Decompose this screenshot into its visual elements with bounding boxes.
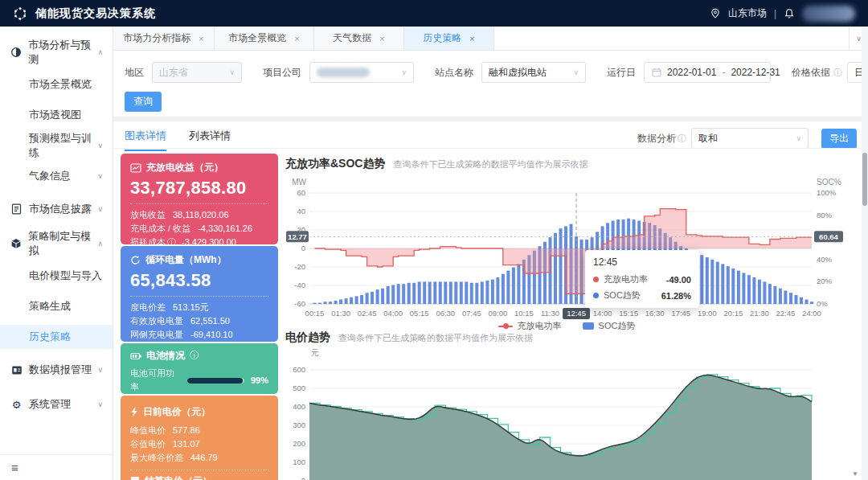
svg-text:300: 300 bbox=[293, 421, 305, 429]
sidebar-item-price-model[interactable]: 电价模型与导入 bbox=[0, 264, 113, 288]
sidebar-item-market-overview[interactable]: 市场全景概览 bbox=[0, 72, 113, 96]
sidebar: 市场分析与预测 ∧ 市场全景概览 市场透视图 预测模型与训练∨ 气象信息∨ 市场… bbox=[0, 27, 113, 480]
svg-text:0: 0 bbox=[301, 244, 305, 252]
settlement-header: ¥ 结算电价（元） bbox=[130, 474, 268, 480]
app-title: 储能现货交易决策系统 bbox=[35, 6, 156, 21]
sidebar-item-market-perspective[interactable]: 市场透视图 bbox=[0, 103, 113, 127]
chevron-up-icon: ∧ bbox=[97, 48, 103, 56]
scroll-down-icon[interactable]: ▼ bbox=[852, 470, 858, 478]
sidebar-item-market-disclosure[interactable]: 市场信息披露 ∨ bbox=[0, 195, 113, 223]
sidebar-item-strategy[interactable]: 策略制定与模拟 ∧ bbox=[0, 230, 113, 257]
chevron-down-icon: ∨ bbox=[401, 68, 407, 76]
sidebar-item-history-strategy[interactable]: 历史策略 bbox=[0, 325, 113, 349]
date-range-picker[interactable]: 2022-01-01 - 2022-12-31 bbox=[644, 62, 771, 83]
battery-icon bbox=[130, 352, 141, 360]
svg-text:600: 600 bbox=[293, 365, 305, 374]
card-row: 度电价差513.15元 bbox=[130, 301, 268, 314]
card-row: 峰值电价577.86 bbox=[130, 424, 268, 437]
location-pin-icon bbox=[710, 8, 721, 19]
bell-icon[interactable] bbox=[784, 8, 795, 19]
data-analysis-select[interactable]: 取和∨ bbox=[691, 128, 809, 149]
svg-text:19:00: 19:00 bbox=[698, 309, 717, 318]
region-label: 地区 bbox=[125, 66, 144, 80]
market-analysis-icon bbox=[10, 47, 23, 58]
sidebar-item-forecast-model[interactable]: 预测模型与训练∨ bbox=[0, 133, 113, 158]
svg-text:400: 400 bbox=[293, 402, 305, 411]
tooltip-row: SOC趋势61.28% bbox=[593, 289, 691, 302]
svg-text:01:30: 01:30 bbox=[331, 309, 350, 318]
svg-text:17:45: 17:45 bbox=[671, 309, 690, 318]
svg-text:00:15: 00:15 bbox=[305, 309, 325, 318]
data-analysis-label: 数据分析 bbox=[637, 132, 676, 146]
svg-text:60: 60 bbox=[297, 188, 305, 197]
close-icon[interactable]: × bbox=[199, 34, 203, 43]
company-label: 项目公司 bbox=[263, 66, 301, 80]
energy-card: 循环电量（MWh） 65,843.58 度电价差513.15元 有效放电电量62… bbox=[121, 246, 278, 342]
price-trend-chart[interactable]: 元6005004003002001000 bbox=[285, 346, 848, 480]
scrollbar-thumb[interactable] bbox=[862, 153, 867, 206]
tab-weather-data[interactable]: 天气数据× bbox=[314, 27, 404, 50]
svg-text:-40: -40 bbox=[294, 281, 305, 289]
chevron-down-icon: ∨ bbox=[573, 68, 579, 76]
card-row: 有效放电电量62,551.50 bbox=[130, 314, 268, 328]
close-icon[interactable]: × bbox=[469, 34, 474, 43]
battery-power-row: 电池可用功率 99% bbox=[130, 367, 268, 394]
sidebar-item-market-analysis[interactable]: 市场分析与预测 ∧ bbox=[0, 39, 113, 66]
search-button[interactable]: 查询 bbox=[125, 92, 162, 112]
card-row: 谷值电价131.07 bbox=[130, 437, 268, 451]
market-name[interactable]: 山东市场 bbox=[728, 6, 767, 20]
chevron-down-icon: ∨ bbox=[97, 172, 103, 180]
page-tabbar: 市场力分析指标× 市场全景概览× 天气数据× 历史策略× ∨ bbox=[113, 27, 868, 51]
export-button[interactable]: 导出 bbox=[821, 129, 857, 149]
svg-text:MW: MW bbox=[292, 178, 306, 187]
cycle-icon bbox=[130, 255, 141, 265]
close-icon[interactable]: × bbox=[294, 34, 299, 43]
filter-panel: 地区 山东省∨ 项目公司 ∨ 站点名称 融和虚拟电站∨ 运行日 2022-01-… bbox=[113, 51, 868, 117]
tab-market-overview[interactable]: 市场全景概览× bbox=[215, 27, 314, 50]
svg-text:05:15: 05:15 bbox=[410, 309, 429, 318]
region-select[interactable]: 山东省∨ bbox=[152, 62, 242, 83]
svg-text:100%: 100% bbox=[817, 188, 837, 197]
legend-soc[interactable]: SOC趋势 bbox=[583, 320, 636, 332]
card-row: 最大峰谷价差446.79 bbox=[130, 451, 268, 465]
chevron-down-icon: ∨ bbox=[97, 366, 103, 374]
user-avatar[interactable] bbox=[802, 6, 855, 22]
sidebar-item-strategy-generate[interactable]: 策略生成 bbox=[0, 294, 113, 318]
progress-bar bbox=[187, 378, 244, 384]
svg-text:21:30: 21:30 bbox=[750, 309, 769, 318]
line-marker-icon bbox=[498, 326, 513, 327]
svg-text:-60: -60 bbox=[294, 299, 305, 308]
sidebar-item-weather-info[interactable]: 气象信息∨ bbox=[0, 164, 113, 188]
svg-text:02:45: 02:45 bbox=[358, 309, 377, 318]
company-value-redacted bbox=[317, 68, 370, 77]
page-scrollbar[interactable] bbox=[862, 27, 868, 480]
receipt-icon: ¥ bbox=[130, 476, 140, 480]
info-icon: ⓘ bbox=[167, 236, 176, 244]
svg-text:0: 0 bbox=[301, 476, 305, 480]
board-icon bbox=[10, 365, 23, 375]
battery-card: 电池情况 ⓘ 电池可用功率 99% 电池可用容量 99% bbox=[121, 343, 278, 394]
svg-text:40: 40 bbox=[297, 207, 305, 215]
chevron-down-icon: ∨ bbox=[229, 68, 235, 76]
revenue-card: 充放电收益（元） 33,787,858.80 放电收益38,118,020.06… bbox=[121, 154, 278, 244]
svg-text:40%: 40% bbox=[817, 255, 833, 264]
power-soc-chart[interactable]: MWSOC%6040200-20-40-60100%80%40%20%0%12.… bbox=[285, 172, 848, 322]
chart-tooltip: 12:45 充放电功率-49.00 SOC趋势61.28% bbox=[585, 250, 699, 308]
svg-text:80%: 80% bbox=[817, 211, 833, 219]
chevron-down-icon: ∨ bbox=[97, 400, 103, 408]
sidebar-item-system[interactable]: ⚙ 系统管理 ∨ bbox=[0, 391, 113, 418]
chart-line-icon bbox=[130, 163, 141, 173]
close-icon[interactable]: × bbox=[379, 34, 384, 43]
svg-text:500: 500 bbox=[293, 384, 305, 392]
sidebar-item-data-report[interactable]: 数据填报管理 ∨ bbox=[0, 356, 113, 384]
collapse-menu-icon[interactable]: ≡ bbox=[11, 461, 18, 474]
tab-market-power[interactable]: 市场力分析指标× bbox=[113, 27, 215, 50]
card-row: 网侧充电电量-69,410.10 bbox=[130, 328, 268, 342]
run-date-label: 运行日 bbox=[607, 66, 636, 80]
svg-text:200: 200 bbox=[293, 439, 305, 448]
tab-history-strategy[interactable]: 历史策略× bbox=[404, 27, 494, 50]
metric-cards: 充放电收益（元） 33,787,858.80 放电收益38,118,020.06… bbox=[121, 154, 278, 480]
svg-text:16:30: 16:30 bbox=[645, 309, 665, 318]
company-select[interactable]: ∨ bbox=[309, 62, 414, 83]
station-select[interactable]: 融和虚拟电站∨ bbox=[481, 62, 586, 83]
